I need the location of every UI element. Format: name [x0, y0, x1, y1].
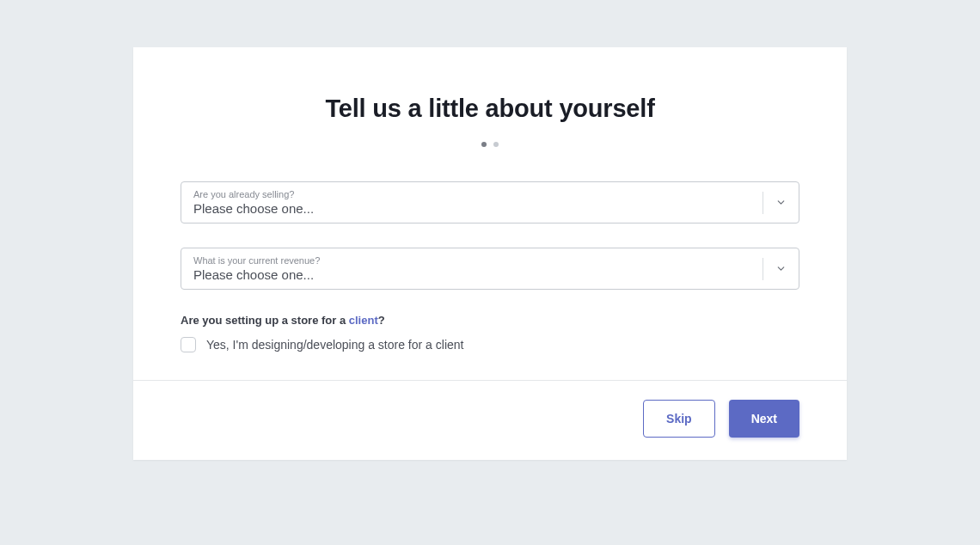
skip-button[interactable]: Skip [643, 400, 715, 438]
chevron-down-icon [763, 258, 799, 280]
client-checkbox[interactable] [181, 337, 196, 352]
already-selling-select[interactable]: Are you already selling? Please choose o… [181, 181, 799, 224]
client-question-highlight: client [349, 314, 378, 327]
progress-dot-1 [481, 142, 487, 147]
client-question-group: Are you setting up a store for a client?… [181, 314, 799, 352]
revenue-value: Please choose one... [193, 267, 751, 282]
card-footer: Skip Next [133, 380, 847, 460]
field-already-selling-group: Are you already selling? Please choose o… [181, 181, 799, 224]
card-body: Tell us a little about yourself Are you … [133, 47, 847, 380]
page-title: Tell us a little about yourself [181, 95, 799, 123]
onboarding-card: Tell us a little about yourself Are you … [133, 47, 847, 460]
revenue-select[interactable]: What is your current revenue? Please cho… [181, 248, 799, 290]
client-question-label: Are you setting up a store for a client? [181, 314, 799, 327]
field-revenue-group: What is your current revenue? Please cho… [181, 248, 799, 290]
progress-dots [181, 142, 799, 147]
client-question-prefix: Are you setting up a store for a [181, 314, 349, 327]
progress-dot-2 [493, 142, 499, 147]
revenue-label: What is your current revenue? [193, 255, 751, 266]
client-question-suffix: ? [378, 314, 385, 327]
client-checkbox-row: Yes, I'm designing/developing a store fo… [181, 337, 799, 352]
client-checkbox-label: Yes, I'm designing/developing a store fo… [206, 338, 463, 352]
already-selling-value: Please choose one... [193, 201, 751, 216]
already-selling-label: Are you already selling? [193, 189, 751, 199]
next-button[interactable]: Next [729, 400, 799, 438]
chevron-down-icon [763, 192, 799, 214]
